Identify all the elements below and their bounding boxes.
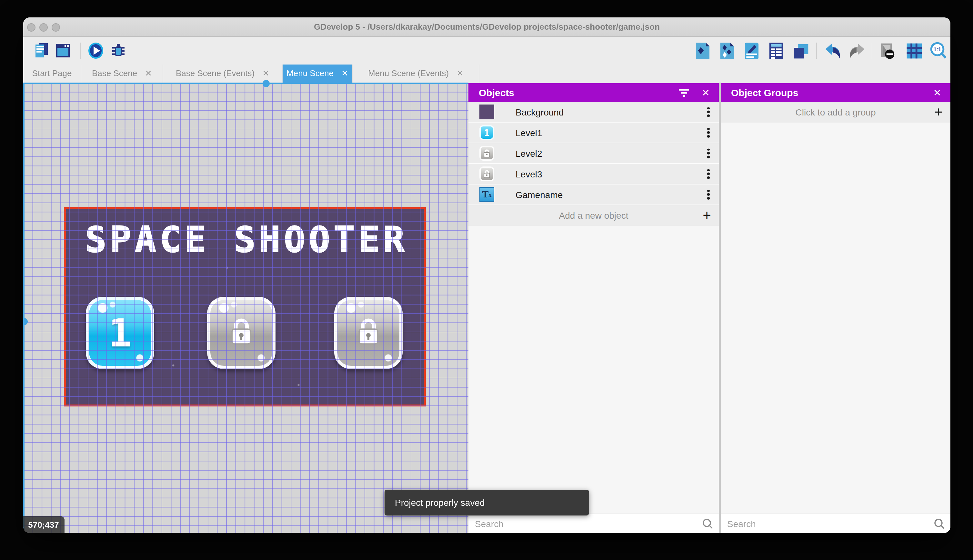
object-row-level1[interactable]: 1 Level1 [468, 123, 719, 143]
tab-start-page[interactable]: Start Page [23, 65, 81, 83]
object-menu-icon[interactable] [707, 147, 710, 160]
filter-icon[interactable] [678, 88, 690, 97]
play-icon[interactable] [87, 42, 105, 59]
object-menu-icon[interactable] [707, 106, 710, 118]
tab-menu-scene-events[interactable]: Menu Scene (Events)✕ [353, 65, 480, 83]
main-toolbar: 1:1 [23, 37, 950, 65]
tab-menu-scene[interactable]: Menu Scene✕ [283, 65, 353, 83]
export-icon[interactable] [693, 41, 712, 61]
close-panel-icon[interactable]: ✕ [933, 87, 941, 98]
close-panel-icon[interactable]: ✕ [702, 87, 710, 98]
edit-scene-icon[interactable] [742, 41, 761, 61]
lock-icon [227, 315, 256, 348]
lock-icon [483, 169, 491, 179]
background-object-icon [480, 105, 494, 119]
redo-icon[interactable] [847, 41, 866, 61]
object-groups-panel-header: Object Groups ✕ [721, 83, 950, 102]
project-manager-icon[interactable] [33, 42, 50, 59]
title-bar: GDevelop 5 - /Users/dkarakay/Documents/G… [23, 17, 950, 37]
game-scene-rect[interactable]: SPACE SHOOTER 1 [64, 207, 426, 407]
search-icon [934, 518, 945, 530]
svg-text:1:1: 1:1 [934, 47, 941, 53]
object-row-level3[interactable]: Level3 [468, 164, 719, 185]
gdevelop-window: GDevelop 5 - /Users/dkarakay/Documents/G… [23, 17, 950, 533]
object-row-background[interactable]: Background [468, 102, 719, 123]
objects-panel-title: Objects [479, 87, 514, 98]
properties-list-icon[interactable] [766, 41, 786, 61]
objects-panel: Objects ✕ Background [468, 83, 719, 533]
toast-notification: Project properly saved [385, 490, 589, 515]
layers-icon[interactable] [791, 41, 810, 61]
objects-panel-header: Objects ✕ [468, 83, 719, 102]
vertical-scroll-thumb[interactable] [23, 318, 28, 325]
object-row-level2[interactable]: Level2 [468, 143, 719, 164]
scene-title-text[interactable]: SPACE SHOOTER [66, 223, 424, 257]
window-title: GDevelop 5 - /Users/dkarakay/Documents/G… [23, 17, 950, 37]
cursor-coordinates: 570;437 [23, 516, 65, 533]
object-menu-icon[interactable] [707, 188, 710, 201]
level3-locked-sprite[interactable] [334, 297, 403, 369]
plus-icon[interactable]: + [703, 208, 711, 223]
level1-object-icon: 1 [480, 125, 494, 140]
tab-base-scene[interactable]: Base Scene✕ [81, 65, 163, 83]
level1-button-sprite[interactable]: 1 [86, 297, 154, 369]
object-groups-panel-title: Object Groups [731, 87, 798, 98]
close-tab-icon[interactable]: ✕ [457, 65, 463, 83]
preview-window-icon[interactable] [54, 42, 72, 59]
object-row-gamename[interactable]: Tx Gamename [468, 185, 719, 205]
groups-search-input[interactable] [721, 514, 950, 533]
groups-search-row [721, 513, 950, 533]
lock-icon [483, 148, 491, 158]
objects-search-row [468, 513, 719, 533]
gamename-object-icon: Tx [480, 187, 494, 202]
level3-object-icon [480, 167, 494, 181]
close-tab-icon[interactable]: ✕ [342, 65, 348, 83]
tab-bar: Start Page Base Scene✕ Base Scene (Event… [23, 65, 950, 83]
object-groups-panel: Object Groups ✕ Click to add a group + [721, 83, 950, 533]
vertical-scrollbar[interactable] [23, 83, 25, 533]
mask-render-icon[interactable] [878, 41, 897, 61]
horizontal-scrollbar[interactable] [23, 83, 468, 84]
debug-icon[interactable] [110, 42, 127, 59]
scene-editor-canvas[interactable]: SPACE SHOOTER 1 [23, 83, 468, 533]
plus-icon[interactable]: + [934, 105, 943, 119]
search-icon [702, 518, 714, 530]
object-menu-icon[interactable] [707, 127, 710, 139]
grid-icon[interactable] [905, 41, 924, 61]
lock-icon [353, 315, 383, 348]
undo-icon[interactable] [823, 41, 843, 61]
objects-search-input[interactable] [468, 514, 719, 533]
close-tab-icon[interactable]: ✕ [145, 65, 152, 83]
zoom-1-1-icon[interactable]: 1:1 [929, 41, 948, 61]
object-menu-icon[interactable] [707, 168, 710, 180]
level2-object-icon [480, 146, 494, 161]
horizontal-scroll-thumb[interactable] [263, 80, 270, 87]
add-new-object-button[interactable]: Add a new object + [468, 205, 719, 226]
publish-icon[interactable] [718, 41, 737, 61]
add-group-button[interactable]: Click to add a group + [721, 102, 950, 123]
level2-locked-sprite[interactable] [207, 297, 275, 369]
